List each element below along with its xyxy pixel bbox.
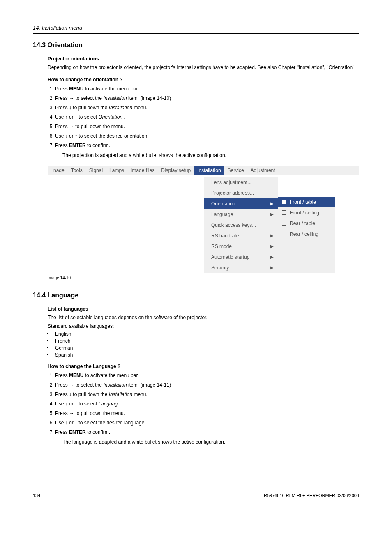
menubar: nage Tools Signal Lamps Image files Disp… bbox=[48, 166, 359, 175]
chevron-right-icon: ▶ bbox=[270, 212, 274, 216]
submenu-item[interactable]: Rear / ceiling bbox=[278, 229, 335, 240]
subhead-projector-orientations: Projector orientations bbox=[48, 56, 359, 62]
list-item: German bbox=[55, 345, 359, 351]
dropdown-item[interactable]: Language▶ bbox=[204, 209, 278, 220]
bullet-icon bbox=[282, 200, 286, 204]
submenu-item[interactable]: Front / ceiling bbox=[278, 207, 335, 218]
menu-item[interactable]: Signal bbox=[86, 168, 106, 173]
menu-item-installation[interactable]: Installation bbox=[194, 166, 224, 175]
dropdown-item-orientation[interactable]: Orientation▶ bbox=[204, 198, 278, 209]
step: Press ↓ to pull down the Installation me… bbox=[55, 391, 359, 398]
body-text: Depending on how the projector is orient… bbox=[48, 64, 359, 71]
step: Press MENU to activate the menu bar. bbox=[55, 372, 359, 379]
section-rule bbox=[33, 300, 359, 300]
dropdown-item[interactable]: RS mode▶ bbox=[204, 241, 278, 252]
subhead-how-to-change-orientation: How to change the orientation ? bbox=[48, 77, 359, 83]
screenshot-menu: nage Tools Signal Lamps Image files Disp… bbox=[48, 166, 359, 175]
submenu-item[interactable]: Rear / table bbox=[278, 218, 335, 229]
submenu-item[interactable]: Front / table bbox=[278, 197, 335, 207]
step: Press → to pull down the menu. bbox=[55, 123, 359, 130]
dropdown-item[interactable]: Security▶ bbox=[204, 263, 278, 273]
chapter-header: 14. Installation menu bbox=[33, 25, 359, 31]
menu-item[interactable]: Adjustment bbox=[247, 168, 279, 173]
language-list: English French German Spanish bbox=[48, 331, 359, 358]
chevron-right-icon: ▶ bbox=[270, 201, 274, 206]
image-caption: Image 14-10 bbox=[48, 276, 359, 280]
chevron-right-icon: ▶ bbox=[270, 265, 274, 270]
page-number: 134 bbox=[33, 493, 40, 498]
dropdown-item[interactable]: Projector address... bbox=[204, 188, 278, 198]
section-14-4-title: 14.4 Language bbox=[33, 292, 359, 299]
dropdown-item[interactable]: Lens adjustment... bbox=[204, 177, 278, 188]
step: Press → to select the Installation item.… bbox=[55, 381, 359, 389]
subhead-how-to-change-language: How to change the Language ? bbox=[48, 364, 359, 369]
body-text: Standard available languages: bbox=[48, 323, 359, 330]
bullet-icon bbox=[282, 232, 286, 236]
menu-item[interactable]: Image files bbox=[127, 168, 158, 173]
menu-item[interactable]: nage bbox=[50, 168, 68, 173]
section-rule bbox=[33, 50, 359, 50]
steps-orientation: Press MENU to activate the menu bar. Pre… bbox=[48, 85, 359, 159]
section-14-3-title: 14.3 Orientation bbox=[33, 41, 359, 49]
page-footer: 134 R5976816 RLM R6+ PERFORMER 02/06/200… bbox=[33, 491, 359, 498]
dropdown-item[interactable]: RS baudrate▶ bbox=[204, 230, 278, 241]
step: Press ↓ to pull down the Installation me… bbox=[55, 104, 359, 111]
dropdown-installation: Lens adjustment... Projector address... … bbox=[204, 177, 278, 273]
step: Use ↓ or ↑ to select the desired languag… bbox=[55, 419, 359, 426]
dropdown-item[interactable]: Automatic startup▶ bbox=[204, 252, 278, 263]
step: Use ↑ or ↓ to select Orientation . bbox=[55, 113, 359, 121]
list-item: French bbox=[55, 338, 359, 344]
step: Press MENU to activate the menu bar. bbox=[55, 85, 359, 92]
bullet-icon bbox=[282, 210, 286, 215]
menu-item[interactable]: Display setup bbox=[158, 168, 194, 173]
doc-id: R5976816 RLM R6+ PERFORMER 02/06/2006 bbox=[264, 493, 359, 498]
submenu-orientation: Front / table Front / ceiling Rear / tab… bbox=[278, 197, 335, 273]
steps-language: Press MENU to activate the menu bar. Pre… bbox=[48, 372, 359, 446]
list-item: Spanish bbox=[55, 352, 359, 358]
menu-item[interactable]: Tools bbox=[68, 168, 86, 173]
step: Press ENTER to confirm. The language is … bbox=[55, 428, 359, 446]
header-rule bbox=[33, 33, 359, 34]
dropdown-item[interactable]: Quick access keys... bbox=[204, 220, 278, 230]
list-item: English bbox=[55, 331, 359, 337]
step: Use ↓ or ↑ to select the desired orienta… bbox=[55, 132, 359, 140]
chevron-right-icon: ▶ bbox=[270, 244, 274, 249]
step: Use ↑ or ↓ to select Language . bbox=[55, 400, 359, 408]
chevron-right-icon: ▶ bbox=[270, 255, 274, 259]
body-text: The list of selectable languages depends… bbox=[48, 314, 359, 321]
subhead-list-of-languages: List of languages bbox=[48, 306, 359, 312]
step-result: The language is adapted and a white bull… bbox=[62, 438, 359, 446]
menu-item[interactable]: Lamps bbox=[106, 168, 127, 173]
step-result: The projection is adapted and a white bu… bbox=[62, 152, 359, 159]
menu-item[interactable]: Service bbox=[224, 168, 247, 173]
bullet-icon bbox=[282, 221, 286, 226]
step: Press → to pull down the menu. bbox=[55, 410, 359, 417]
chevron-right-icon: ▶ bbox=[270, 233, 274, 238]
step: Press ENTER to confirm. The projection i… bbox=[55, 142, 359, 159]
step: Press → to select the Installation item.… bbox=[55, 94, 359, 102]
